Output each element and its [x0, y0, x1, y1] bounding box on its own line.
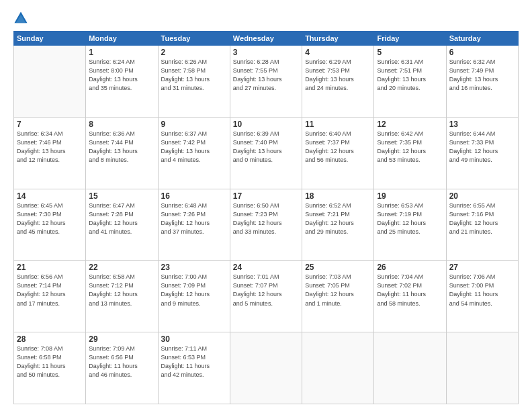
calendar-week-row: 7Sunrise: 6:34 AM Sunset: 7:46 PM Daylig…	[14, 117, 519, 189]
day-info: Sunrise: 7:09 AM Sunset: 6:56 PM Dayligh…	[89, 345, 154, 379]
day-number: 12	[377, 120, 443, 129]
calendar-day-cell: 25Sunrise: 7:03 AM Sunset: 7:05 PM Dayli…	[302, 261, 374, 332]
calendar-week-row: 28Sunrise: 7:08 AM Sunset: 6:58 PM Dayli…	[14, 332, 519, 404]
header	[13, 11, 519, 26]
calendar-day-cell: 22Sunrise: 6:58 AM Sunset: 7:12 PM Dayli…	[86, 261, 158, 332]
day-info: Sunrise: 6:48 AM Sunset: 7:26 PM Dayligh…	[161, 201, 227, 236]
weekday-header: Thursday	[302, 32, 374, 46]
day-info: Sunrise: 6:32 AM Sunset: 7:49 PM Dayligh…	[449, 58, 515, 93]
day-number: 4	[305, 48, 371, 57]
day-info: Sunrise: 6:45 AM Sunset: 7:30 PM Dayligh…	[17, 201, 83, 236]
calendar-week-row: 21Sunrise: 6:56 AM Sunset: 7:14 PM Dayli…	[14, 261, 519, 332]
day-info: Sunrise: 7:04 AM Sunset: 7:02 PM Dayligh…	[377, 273, 443, 308]
day-number: 26	[377, 263, 443, 272]
logo-icon	[13, 11, 28, 26]
calendar-day-cell: 3Sunrise: 6:28 AM Sunset: 7:55 PM Daylig…	[230, 46, 302, 118]
weekday-header: Tuesday	[158, 32, 230, 46]
calendar-day-cell	[14, 46, 86, 118]
calendar-day-cell: 23Sunrise: 7:00 AM Sunset: 7:09 PM Dayli…	[158, 261, 230, 332]
day-info: Sunrise: 6:24 AM Sunset: 8:00 PM Dayligh…	[89, 58, 154, 93]
day-number: 24	[233, 263, 299, 272]
day-info: Sunrise: 6:56 AM Sunset: 7:14 PM Dayligh…	[17, 273, 83, 308]
calendar-day-cell	[446, 332, 518, 404]
day-number: 14	[17, 191, 83, 201]
calendar-day-cell: 18Sunrise: 6:52 AM Sunset: 7:21 PM Dayli…	[302, 189, 374, 261]
calendar-day-cell: 26Sunrise: 7:04 AM Sunset: 7:02 PM Dayli…	[374, 261, 446, 332]
calendar-day-cell: 7Sunrise: 6:34 AM Sunset: 7:46 PM Daylig…	[14, 117, 86, 189]
calendar-week-row: 1Sunrise: 6:24 AM Sunset: 8:00 PM Daylig…	[14, 46, 519, 118]
day-number: 28	[17, 334, 83, 344]
weekday-header: Friday	[374, 32, 446, 46]
calendar-week-row: 14Sunrise: 6:45 AM Sunset: 7:30 PM Dayli…	[14, 189, 519, 261]
calendar-day-cell: 17Sunrise: 6:50 AM Sunset: 7:23 PM Dayli…	[230, 189, 302, 261]
calendar-day-cell: 24Sunrise: 7:01 AM Sunset: 7:07 PM Dayli…	[230, 261, 302, 332]
day-number: 17	[233, 191, 299, 201]
day-number: 3	[233, 48, 299, 57]
day-info: Sunrise: 6:58 AM Sunset: 7:12 PM Dayligh…	[89, 273, 154, 308]
day-number: 13	[449, 120, 515, 129]
calendar-day-cell: 19Sunrise: 6:53 AM Sunset: 7:19 PM Dayli…	[374, 189, 446, 261]
calendar-day-cell: 4Sunrise: 6:29 AM Sunset: 7:53 PM Daylig…	[302, 46, 374, 118]
calendar-day-cell: 30Sunrise: 7:11 AM Sunset: 6:53 PM Dayli…	[158, 332, 230, 404]
calendar-day-cell: 9Sunrise: 6:37 AM Sunset: 7:42 PM Daylig…	[158, 117, 230, 189]
day-number: 30	[161, 334, 227, 344]
calendar-day-cell: 10Sunrise: 6:39 AM Sunset: 7:40 PM Dayli…	[230, 117, 302, 189]
calendar-day-cell: 11Sunrise: 6:40 AM Sunset: 7:37 PM Dayli…	[302, 117, 374, 189]
day-info: Sunrise: 6:44 AM Sunset: 7:33 PM Dayligh…	[449, 130, 515, 165]
day-info: Sunrise: 7:00 AM Sunset: 7:09 PM Dayligh…	[161, 273, 227, 308]
weekday-header: Saturday	[446, 32, 518, 46]
day-info: Sunrise: 6:36 AM Sunset: 7:44 PM Dayligh…	[89, 130, 154, 165]
day-info: Sunrise: 7:11 AM Sunset: 6:53 PM Dayligh…	[161, 345, 227, 379]
calendar-day-cell: 20Sunrise: 6:55 AM Sunset: 7:16 PM Dayli…	[446, 189, 518, 261]
day-number: 5	[377, 48, 443, 57]
day-number: 6	[449, 48, 515, 57]
day-number: 29	[89, 334, 154, 344]
day-info: Sunrise: 7:06 AM Sunset: 7:00 PM Dayligh…	[449, 273, 515, 308]
logo	[13, 11, 30, 26]
calendar-day-cell: 14Sunrise: 6:45 AM Sunset: 7:30 PM Dayli…	[14, 189, 86, 261]
day-number: 11	[305, 120, 371, 129]
day-info: Sunrise: 6:39 AM Sunset: 7:40 PM Dayligh…	[233, 130, 299, 165]
day-number: 15	[89, 191, 154, 201]
day-info: Sunrise: 7:01 AM Sunset: 7:07 PM Dayligh…	[233, 273, 299, 308]
day-info: Sunrise: 6:28 AM Sunset: 7:55 PM Dayligh…	[233, 58, 299, 93]
day-number: 27	[449, 263, 515, 272]
day-number: 21	[17, 263, 83, 272]
day-number: 18	[305, 191, 371, 201]
day-number: 22	[89, 263, 154, 272]
calendar-day-cell: 27Sunrise: 7:06 AM Sunset: 7:00 PM Dayli…	[446, 261, 518, 332]
calendar-day-cell: 16Sunrise: 6:48 AM Sunset: 7:26 PM Dayli…	[158, 189, 230, 261]
page: SundayMondayTuesdayWednesdayThursdayFrid…	[0, 0, 532, 411]
day-info: Sunrise: 6:42 AM Sunset: 7:35 PM Dayligh…	[377, 130, 443, 165]
day-number: 2	[161, 48, 227, 57]
calendar-header-row: SundayMondayTuesdayWednesdayThursdayFrid…	[14, 32, 519, 46]
day-number: 19	[377, 191, 443, 201]
day-number: 20	[449, 191, 515, 201]
calendar-day-cell: 5Sunrise: 6:31 AM Sunset: 7:51 PM Daylig…	[374, 46, 446, 118]
calendar-day-cell	[302, 332, 374, 404]
calendar-day-cell: 12Sunrise: 6:42 AM Sunset: 7:35 PM Dayli…	[374, 117, 446, 189]
calendar-day-cell: 28Sunrise: 7:08 AM Sunset: 6:58 PM Dayli…	[14, 332, 86, 404]
calendar-table: SundayMondayTuesdayWednesdayThursdayFrid…	[13, 31, 519, 404]
day-info: Sunrise: 6:29 AM Sunset: 7:53 PM Dayligh…	[305, 58, 371, 93]
calendar-day-cell: 6Sunrise: 6:32 AM Sunset: 7:49 PM Daylig…	[446, 46, 518, 118]
day-info: Sunrise: 6:55 AM Sunset: 7:16 PM Dayligh…	[449, 201, 515, 236]
calendar-day-cell: 15Sunrise: 6:47 AM Sunset: 7:28 PM Dayli…	[86, 189, 158, 261]
calendar-day-cell: 1Sunrise: 6:24 AM Sunset: 8:00 PM Daylig…	[86, 46, 158, 118]
calendar-day-cell	[374, 332, 446, 404]
day-info: Sunrise: 6:53 AM Sunset: 7:19 PM Dayligh…	[377, 201, 443, 236]
calendar-day-cell: 8Sunrise: 6:36 AM Sunset: 7:44 PM Daylig…	[86, 117, 158, 189]
day-number: 10	[233, 120, 299, 129]
day-number: 8	[89, 120, 154, 129]
day-info: Sunrise: 6:34 AM Sunset: 7:46 PM Dayligh…	[17, 130, 83, 165]
day-info: Sunrise: 6:40 AM Sunset: 7:37 PM Dayligh…	[305, 130, 371, 165]
calendar-day-cell: 21Sunrise: 6:56 AM Sunset: 7:14 PM Dayli…	[14, 261, 86, 332]
calendar-day-cell	[230, 332, 302, 404]
day-info: Sunrise: 6:26 AM Sunset: 7:58 PM Dayligh…	[161, 58, 227, 93]
day-info: Sunrise: 6:50 AM Sunset: 7:23 PM Dayligh…	[233, 201, 299, 236]
day-number: 9	[161, 120, 227, 129]
weekday-header: Monday	[86, 32, 158, 46]
day-info: Sunrise: 7:03 AM Sunset: 7:05 PM Dayligh…	[305, 273, 371, 308]
day-info: Sunrise: 6:52 AM Sunset: 7:21 PM Dayligh…	[305, 201, 371, 236]
day-number: 1	[89, 48, 154, 57]
